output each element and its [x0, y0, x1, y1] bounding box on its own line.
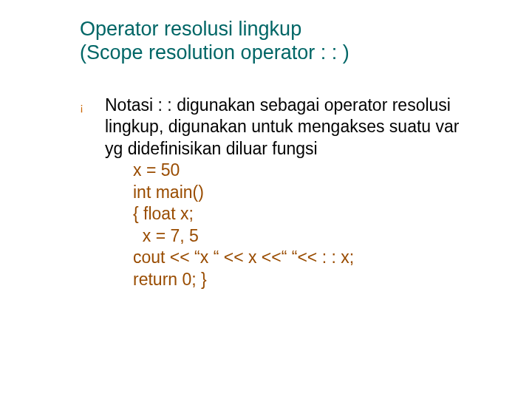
slide-title: Operator resolusi lingkup (Scope resolut… [80, 18, 479, 65]
paragraph: Notasi : : digunakan sebagai operator re… [105, 95, 479, 160]
bullet-content: Notasi : : digunakan sebagai operator re… [105, 95, 479, 290]
title-line-2: (Scope resolution operator : : ) [80, 41, 479, 65]
code-line-1: x = 50 [133, 160, 479, 181]
code-line-5: cout << “x “ << x <<“ “<< : : x; [133, 247, 479, 268]
slide: Operator resolusi lingkup (Scope resolut… [0, 0, 532, 399]
slide-body: ¡ Notasi : : digunakan sebagai operator … [80, 95, 479, 290]
bullet-icon: ¡ [80, 95, 105, 118]
code-line-2: int main() [133, 182, 479, 203]
title-line-1: Operator resolusi lingkup [80, 18, 479, 41]
code-line-6: return 0; } [133, 269, 479, 290]
bullet-item: ¡ Notasi : : digunakan sebagai operator … [80, 95, 479, 290]
code-line-3: { float x; [133, 203, 479, 225]
code-line-4: x = 7, 5 [133, 225, 479, 247]
code-block: x = 50 int main() { float x; x = 7, 5 co… [105, 160, 479, 290]
